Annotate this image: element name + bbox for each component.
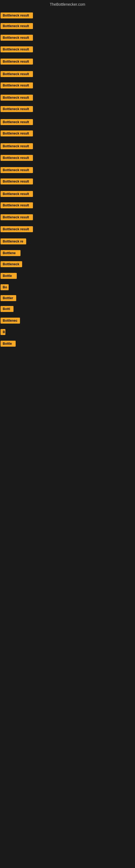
bottleneck-badge-28[interactable]: B <box>1 329 5 336</box>
bottleneck-badge-11[interactable]: Bottleneck result <box>1 130 33 137</box>
bottleneck-label-10: Bottleneck result <box>1 119 33 125</box>
bottleneck-badge-22[interactable]: Bottleneck <box>1 261 22 268</box>
bottleneck-label-14: Bottleneck result <box>1 167 33 173</box>
bottleneck-label-21: Bottlene <box>1 250 20 256</box>
bottleneck-label-8: Bottleneck result <box>1 95 33 101</box>
bottleneck-badge-8[interactable]: Bottleneck result <box>1 95 33 102</box>
bottleneck-label-11: Bottleneck result <box>1 130 33 136</box>
bottleneck-badge-14[interactable]: Bottleneck result <box>1 167 33 174</box>
bottleneck-badge-24[interactable]: Bo <box>1 284 9 291</box>
bottleneck-label-6: Bottleneck result <box>1 71 33 77</box>
bottleneck-badge-3[interactable]: Bottleneck result <box>1 35 33 42</box>
bottleneck-label-5: Bottleneck result <box>1 59 33 65</box>
bottleneck-badge-25[interactable]: Bottler <box>1 295 16 302</box>
bottleneck-badge-29[interactable]: Bottle <box>1 341 16 348</box>
bottleneck-badge-27[interactable]: Bottlenec <box>1 318 20 325</box>
bottleneck-label-7: Bottleneck result <box>1 83 33 88</box>
bottleneck-badge-26[interactable]: Bottl <box>1 306 13 313</box>
bottleneck-label-22: Bottleneck <box>1 261 22 267</box>
bottleneck-badge-15[interactable]: Bottleneck result <box>1 179 33 186</box>
bottleneck-label-23: Bottle <box>1 273 17 279</box>
bottleneck-label-18: Bottleneck result <box>1 214 33 220</box>
bottleneck-badge-10[interactable]: Bottleneck result <box>1 119 33 126</box>
bottleneck-label-12: Bottleneck result <box>1 143 33 149</box>
site-title: TheBottlenecker.com <box>0 0 135 8</box>
bottleneck-label-29: Bottle <box>1 341 16 347</box>
bottleneck-badge-12[interactable]: Bottleneck result <box>1 143 33 150</box>
bottleneck-badge-6[interactable]: Bottleneck result <box>1 71 33 78</box>
bottleneck-badge-5[interactable]: Bottleneck result <box>1 59 33 66</box>
bottleneck-label-4: Bottleneck result <box>1 46 33 52</box>
bottleneck-label-13: Bottleneck result <box>1 155 33 161</box>
bottleneck-label-16: Bottleneck result <box>1 191 33 197</box>
bottleneck-label-2: Bottleneck result <box>1 23 33 29</box>
bottleneck-badge-20[interactable]: Bottleneck re <box>1 239 26 246</box>
bottleneck-label-27: Bottlenec <box>1 318 20 323</box>
bottleneck-label-3: Bottleneck result <box>1 35 33 41</box>
bottleneck-badge-17[interactable]: Bottleneck result <box>1 203 33 209</box>
bottleneck-badge-18[interactable]: Bottleneck result <box>1 214 33 221</box>
bottleneck-label-26: Bottl <box>1 306 13 312</box>
bottleneck-label-20: Bottleneck re <box>1 239 26 244</box>
bottleneck-badge-21[interactable]: Bottlene <box>1 250 20 257</box>
bottleneck-badge-16[interactable]: Bottleneck result <box>1 191 33 198</box>
bottleneck-badge-4[interactable]: Bottleneck result <box>1 46 33 54</box>
bottleneck-label-24: Bo <box>1 284 9 290</box>
bottleneck-label-17: Bottleneck result <box>1 203 33 208</box>
bottleneck-label-25: Bottler <box>1 295 16 301</box>
bottleneck-badge-13[interactable]: Bottleneck result <box>1 155 33 162</box>
bottleneck-badge-9[interactable]: Bottleneck result <box>1 106 33 113</box>
bottleneck-label-19: Bottleneck result <box>1 226 33 232</box>
bottleneck-badge-1[interactable]: Bottleneck result <box>1 12 33 20</box>
bottleneck-badge-23[interactable]: Bottle <box>1 273 17 280</box>
bottleneck-label-15: Bottleneck result <box>1 179 33 184</box>
bottleneck-label-28: B <box>1 329 5 335</box>
bottleneck-badge-19[interactable]: Bottleneck result <box>1 226 33 233</box>
bottleneck-label-1: Bottleneck result <box>1 12 33 19</box>
bottleneck-label-9: Bottleneck result <box>1 106 33 112</box>
bottleneck-badge-7[interactable]: Bottleneck result <box>1 83 33 90</box>
bottleneck-badge-2[interactable]: Bottleneck result <box>1 23 33 30</box>
